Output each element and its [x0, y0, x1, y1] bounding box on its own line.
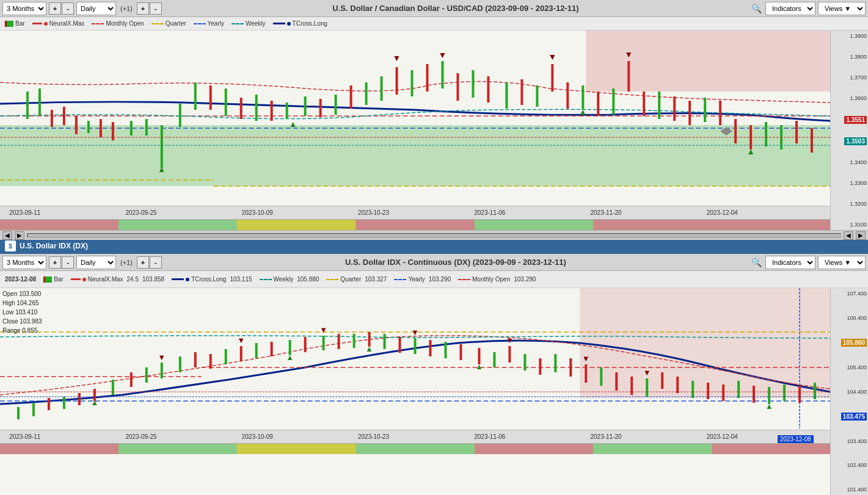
chart2-views-select[interactable]: Views ▼ — [818, 256, 866, 269]
chart2-mult-plus-btn[interactable]: + — [137, 256, 149, 269]
arrow-up-3: ▲ — [578, 107, 587, 117]
chart2-search-btn[interactable]: 🔍 — [749, 256, 763, 269]
chart2-legend-weekly: Weekly 105.880 — [260, 276, 319, 283]
chart2-time-axis: 2023-09-11 2023-09-25 2023-10-09 2023-10… — [0, 430, 830, 443]
chart1-mult-minus-btn[interactable]: - — [150, 2, 162, 15]
chart1-time-4: 2023-11-06 — [474, 209, 505, 216]
price2-highlight-orange: 105.880 — [832, 339, 867, 346]
quarter2-icon — [326, 279, 338, 280]
chart1-scroll-end-left-btn[interactable]: ◀ — [844, 231, 853, 240]
ohlc-range: Range 0.855 — [2, 326, 42, 335]
chart1-svg: ▼ ▼ ▼ ▼ ▲ ▲ ▲ ▲ — [0, 31, 830, 204]
ohlc-low: Low 103.410 — [2, 308, 42, 317]
chart2-arrow-down-2: ▼ — [237, 336, 245, 345]
chart2-arrow-down-6: ▼ — [582, 354, 590, 363]
chart2-arrow-down-1: ▼ — [158, 353, 166, 362]
chart2-legend-bar: Bar — [43, 276, 64, 283]
chart1-scroll-right-btn[interactable]: ▶ — [15, 231, 24, 240]
yearly-icon — [194, 23, 206, 24]
chart2-color-band — [0, 443, 830, 454]
chart1-panel: 3 Months 6 Months 1 Year 2 Years + - Dai… — [0, 0, 868, 238]
price2-5: 103.400 — [832, 438, 867, 444]
chart1-timeframe-select[interactable]: 3 Months 6 Months 1 Year 2 Years — [2, 2, 46, 15]
chart2-canvas[interactable]: ▼ ▼ ▼ ▼ ▼ ▼ ▼ ▲ ▲ ▲ ▲ ▲ — [0, 288, 830, 495]
neuralx-icon — [32, 23, 42, 24]
ohlc-open: Open 103.500 — [2, 289, 42, 298]
arrow-up-2: ▲ — [289, 119, 297, 129]
arrow-down-2: ▼ — [439, 50, 447, 60]
chart1-color-band — [0, 219, 830, 230]
chart2-zoom-in-btn[interactable]: + — [49, 256, 61, 269]
chart1-toolbar-right: Indicators Views ▼ — [765, 2, 866, 15]
chart1-views-select[interactable]: Views ▼ — [818, 2, 866, 15]
band-segment-3 — [237, 220, 356, 230]
chart1-mult-plus-btn[interactable]: + — [137, 2, 149, 15]
legend-tcross: TCross.Long — [273, 20, 327, 27]
chart2-zoom-out-btn[interactable]: - — [62, 256, 74, 269]
chart2-arrow-up-5: ▲ — [765, 402, 773, 411]
chart1-scrollbar: ◀ ▶ ◀ ▶ — [0, 230, 868, 240]
price-5: 1.3400 — [832, 159, 867, 165]
chart1-scroll-track[interactable] — [27, 233, 841, 238]
chart1-zoom-group: + - — [49, 2, 74, 15]
chart2-interval-select[interactable]: Daily Weekly Monthly — [76, 256, 116, 269]
chart1-time-5: 2023-11-20 — [590, 209, 621, 216]
neuralx2-dot-icon — [82, 278, 86, 281]
chart1-canvas[interactable]: ▼ ▼ ▼ ▼ ▲ ▲ ▲ ▲ — [0, 31, 830, 230]
chart1-zoom-out-btn[interactable]: - — [62, 2, 74, 15]
chart2-indicators-select[interactable]: Indicators — [765, 256, 815, 269]
price-highlight-teal: 1.3503 — [832, 137, 867, 145]
arrow-down-1: ▼ — [393, 53, 401, 63]
band-segment-4 — [356, 220, 474, 230]
chart1-time-1: 2023-09-25 — [125, 209, 156, 216]
neuralx-dot-icon — [44, 22, 48, 26]
main-container: 3 Months 6 Months 1 Year 2 Years + - Dai… — [0, 0, 868, 495]
chart2-arrow-up-3: ▲ — [365, 344, 373, 353]
band-segment-2 — [119, 220, 237, 230]
monthly-open-icon — [92, 23, 104, 24]
chart2-arrow-up-4: ▲ — [475, 362, 483, 371]
chart2-time-1: 2023-09-25 — [125, 433, 156, 440]
quarter-icon — [151, 23, 164, 24]
panel2-title: U.S. Dollar IDX (DX) — [20, 242, 88, 250]
chart2-area: Open 103.500 High 104.265 Low 103.410 Cl… — [0, 288, 868, 495]
chart2-arrow-down-4: ▼ — [411, 328, 419, 337]
chart2-toolbar-right: Indicators Views ▼ — [765, 256, 866, 269]
chart1-search-btn[interactable]: 🔍 — [749, 2, 763, 15]
chart2-toolbar: 3 Months 6 Months 1 Year + - Daily Weekl… — [0, 254, 868, 271]
chart2-legend-tcross: TCross.Long 103.115 — [172, 276, 252, 283]
chart1-scroll-end-right-btn[interactable]: ▶ — [856, 231, 866, 240]
price2-2: 106.400 — [832, 315, 867, 321]
chart2-title-container: U.S. Dollar IDX - Continuous (DX) (2023-… — [164, 258, 747, 267]
chart1-scroll-left-btn[interactable]: ◀ — [2, 231, 12, 240]
chart1-indicators-select[interactable]: Indicators — [765, 2, 815, 15]
chart2-arrow-down-5: ▼ — [506, 336, 514, 345]
price2-1: 107.400 — [832, 291, 867, 297]
chart1-legend: Bar NeuralX.Max Monthly Open Quarter Yea… — [0, 17, 868, 31]
band2-segment-2 — [119, 444, 237, 454]
tcross2-icon — [172, 278, 184, 280]
chart2-mult-minus-btn[interactable]: - — [150, 256, 162, 269]
band-segment-1 — [0, 220, 119, 230]
legend-monthly-open: Monthly Open — [92, 20, 144, 27]
band-segment-5 — [475, 220, 593, 230]
chart2-price-axis: 107.400 106.400 105.880 105.400 104.400 … — [830, 288, 868, 495]
price-highlight-red: 1.3551 — [832, 116, 867, 123]
legend-yearly: Yearly — [194, 20, 224, 27]
bar-icon — [5, 21, 13, 27]
chart2-arrow-up-2: ▲ — [286, 353, 294, 362]
price2-4: 104.400 — [832, 389, 867, 395]
chart2-time-2: 2023-10-09 — [242, 433, 273, 440]
chart2-timeframe-select[interactable]: 3 Months 6 Months 1 Year — [2, 256, 46, 269]
legend-bar: Bar — [5, 20, 25, 27]
chart1-interval-select[interactable]: Daily Weekly Monthly — [76, 2, 116, 15]
chart1-title: U.S. Dollar / Canadian Dollar - USD/CAD … — [164, 4, 747, 13]
chart2-legend-neuralx: NeuralX.Max 24.5 103.858 — [71, 276, 164, 283]
chart2-arrow-up-1: ▲ — [90, 398, 98, 407]
band-segment-6 — [593, 220, 712, 230]
arrow-up-1: ▲ — [158, 164, 166, 174]
chart2-time-6: 2023-12-04 — [707, 433, 738, 440]
chart1-time-axis: 2023-09-11 2023-09-25 2023-10-09 2023-10… — [0, 206, 830, 219]
chart1-zoom-in-btn[interactable]: + — [49, 2, 61, 15]
weekly-icon — [232, 23, 244, 24]
